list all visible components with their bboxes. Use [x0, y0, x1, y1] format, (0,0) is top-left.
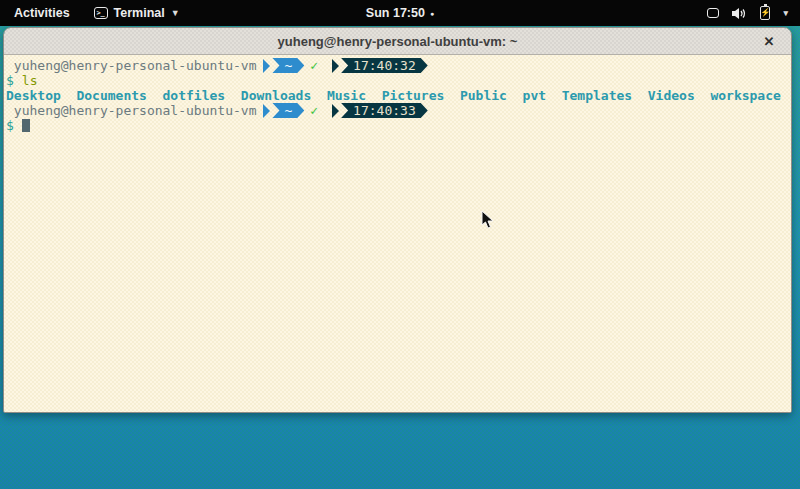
window-titlebar[interactable]: yuheng@henry-personal-ubuntu-vm: ~ ✕: [4, 28, 791, 55]
prompt-line-1: yuheng@henry-personal-ubuntu-vm ~ ✓ 17:4…: [6, 58, 791, 73]
system-menu[interactable]: ⚡ ▾: [695, 0, 800, 26]
prompt-symbol: $: [6, 73, 14, 88]
status-check-icon: ✓: [310, 103, 318, 118]
clock[interactable]: Sun 17:50: [366, 6, 425, 20]
chevron-down-icon: ▼: [171, 8, 180, 18]
prompt-line-2: yuheng@henry-personal-ubuntu-vm ~ ✓ 17:4…: [6, 103, 791, 118]
prompt-symbol: $: [6, 118, 14, 133]
battery-charging-icon: ⚡: [760, 6, 770, 20]
command-line-2: $: [6, 118, 791, 133]
app-menu-terminal[interactable]: >_ Terminal ▼: [84, 0, 190, 26]
lightning-bolt-icon: ⚡: [760, 9, 770, 17]
status-check-icon: ✓: [310, 58, 318, 73]
app-menu-label: Terminal: [114, 6, 165, 20]
window-title: yuheng@henry-personal-ubuntu-vm: ~: [278, 34, 518, 49]
terminal-window: yuheng@henry-personal-ubuntu-vm: ~ ✕ yuh…: [3, 27, 792, 413]
user-host-text: yuheng@henry-personal-ubuntu-vm: [6, 58, 256, 73]
terminal-body[interactable]: yuheng@henry-personal-ubuntu-vm ~ ✓ 17:4…: [4, 55, 791, 412]
ls-output-line: Desktop Documents dotfiles Downloads Mus…: [6, 88, 791, 103]
volume-icon: [732, 7, 747, 20]
terminal-cursor: [22, 119, 30, 132]
time-segment: 17:40:32: [341, 58, 428, 73]
powerline-arrow-icon: [332, 59, 339, 73]
activities-button[interactable]: Activities: [0, 0, 84, 26]
powerline-arrow-icon: [263, 104, 270, 118]
chevron-down-icon: ▾: [783, 8, 788, 18]
powerline-arrow-icon: [332, 104, 339, 118]
top-bar: Activities >_ Terminal ▼ Sun 17:50 ● ⚡ ▾: [0, 0, 800, 26]
mouse-cursor-icon: [481, 210, 495, 230]
close-button[interactable]: ✕: [759, 28, 779, 54]
cwd-segment: ~: [272, 103, 304, 118]
time-segment: 17:40:33: [341, 103, 428, 118]
cwd-segment: ~: [272, 58, 304, 73]
user-host-text: yuheng@henry-personal-ubuntu-vm: [6, 103, 256, 118]
powerline-arrow-icon: [263, 59, 270, 73]
command-line-1: $ ls: [6, 73, 791, 88]
command-text: ls: [22, 73, 38, 88]
notification-dot-icon: ●: [430, 10, 434, 17]
terminal-icon: >_: [94, 7, 108, 19]
display-icon: [707, 8, 719, 18]
